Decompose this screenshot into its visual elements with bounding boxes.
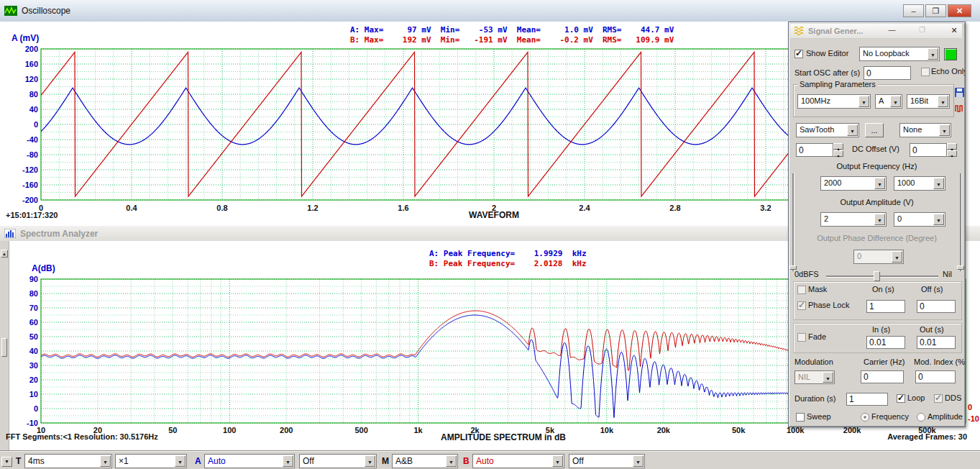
dc-offset-b-input[interactable] (910, 143, 947, 157)
chevron-down-icon[interactable] (365, 455, 375, 467)
chevron-down-icon (823, 372, 833, 383)
sweep-frequency-radio[interactable] (861, 413, 869, 422)
sampling-rate-combo[interactable]: 100MHz (797, 94, 871, 109)
a-coupling-combo[interactable]: Off (299, 454, 377, 468)
chevron-down-icon[interactable] (175, 455, 186, 467)
modulation-label: Modulation (794, 358, 833, 366)
duration-input[interactable] (846, 393, 888, 406)
wave-type-combo[interactable]: SawTooth (796, 123, 859, 137)
dbfs-slider-thumb[interactable] (874, 271, 880, 281)
chevron-down-icon[interactable] (890, 96, 901, 107)
toolbar-expand-button[interactable]: ▼ (1, 457, 12, 467)
a-range-combo[interactable]: Auto (204, 454, 295, 468)
show-editor-checkbox[interactable] (794, 50, 803, 58)
b-coupling-combo[interactable]: Off (569, 454, 645, 468)
frequency-b-combo[interactable]: 1000 (894, 176, 945, 191)
chevron-down-icon[interactable] (283, 455, 293, 467)
maximize-button[interactable]: ❐ (925, 4, 946, 17)
echo-only-label: Echo Only (931, 67, 966, 76)
spin-up-icon[interactable] (947, 143, 957, 150)
phase-difference-label: Output Phase Difference (Degree) (794, 234, 959, 242)
close-button[interactable]: ✕ (948, 4, 971, 17)
chevron-down-icon[interactable] (938, 96, 948, 107)
dds-checkbox[interactable] (934, 394, 943, 403)
chevron-down-icon[interactable] (939, 124, 950, 136)
window-title: Oscilloscope (22, 6, 70, 16)
phase-lock-label: Phase Lock (808, 301, 849, 309)
chevron-down-icon[interactable] (874, 178, 885, 189)
oscilloscope-titlebar[interactable]: Oscilloscope – ❐ ✕ (0, 0, 980, 22)
dc-offset-a-input[interactable] (796, 143, 833, 157)
sampling-channel-combo[interactable]: A (875, 94, 902, 109)
modulation-combo: NIL (794, 370, 835, 384)
dialog-minimize-button[interactable]: — (887, 26, 897, 36)
svg-text:40: 40 (29, 105, 38, 114)
fade-out-input[interactable] (917, 336, 956, 349)
phase-lock-checkbox[interactable] (797, 301, 806, 310)
chevron-down-icon[interactable] (633, 455, 644, 467)
chevron-down-icon[interactable] (933, 214, 944, 225)
loopback-combo[interactable]: No Loopback (859, 47, 940, 61)
fade-in-input[interactable] (866, 336, 905, 349)
vertical-slider-right-thumb[interactable] (957, 265, 964, 270)
b-range-combo[interactable]: Auto (472, 454, 564, 468)
pulse-train-icon[interactable] (954, 103, 965, 114)
start-osc-input[interactable] (864, 66, 911, 80)
loopback-status-indicator[interactable] (944, 48, 957, 60)
dialog-close-button[interactable]: ✕ (948, 26, 960, 36)
vertical-slider-left[interactable] (792, 173, 794, 271)
dc-offset-a-spinner[interactable] (833, 143, 843, 157)
spectrum-stats-b: B: Peak Frequency= 2.0128 kHz (429, 259, 587, 268)
dc-offset-b-spinner[interactable] (947, 143, 957, 157)
chevron-down-icon[interactable] (100, 455, 111, 467)
chevron-down-icon[interactable] (858, 96, 869, 107)
sweep-checkbox[interactable] (796, 413, 805, 422)
window-combo[interactable]: None (899, 123, 951, 137)
phase-lock-on-input[interactable] (866, 300, 905, 313)
osc-timestamp: +15:01:17:320 (6, 211, 58, 219)
mod-index-input[interactable] (915, 370, 956, 383)
fade-label: Fade (808, 332, 826, 341)
chevron-down-icon[interactable] (928, 48, 938, 60)
echo-only-checkbox[interactable] (921, 68, 930, 76)
save-button[interactable] (954, 87, 965, 98)
phase-lock-off-input[interactable] (917, 300, 956, 313)
spin-down-icon[interactable] (833, 150, 843, 157)
fade-checkbox[interactable] (797, 333, 806, 342)
mask-checkbox[interactable] (797, 286, 806, 294)
amplitude-b-combo[interactable]: 0 (894, 212, 945, 227)
carrier-input[interactable] (861, 370, 904, 383)
chevron-down-icon[interactable] (847, 124, 858, 136)
spin-up-icon[interactable] (833, 143, 843, 150)
sweep-amplitude-radio[interactable] (917, 413, 925, 422)
dbfs-slider-track[interactable] (826, 276, 938, 278)
svg-text:40: 40 (29, 347, 38, 355)
signal-generator-dialog: Signal Gener... — ❐ ✕ Show Editor No Loo… (788, 22, 966, 427)
channel-b-label: B (463, 456, 470, 466)
multiplier-combo[interactable]: ×1 (115, 454, 187, 468)
mode-combo[interactable]: A&B (392, 454, 458, 468)
output-amplitude-label: Output Amplitude (V) (803, 198, 951, 206)
amplitude-a-combo[interactable]: 2 (820, 212, 887, 227)
loop-checkbox[interactable] (897, 394, 905, 403)
spin-down-icon[interactable] (947, 150, 957, 157)
sampling-bits-combo[interactable]: 16Bit (907, 94, 950, 109)
vertical-slider-right[interactable] (960, 173, 962, 271)
frequency-a-combo[interactable]: 2000 (820, 176, 887, 191)
scroll-up-button[interactable]: ▲ (1, 250, 8, 258)
signal-generator-titlebar[interactable]: Signal Gener... — ❐ ✕ (790, 24, 962, 39)
chevron-down-icon[interactable] (874, 214, 885, 225)
svg-text:0: 0 (34, 120, 38, 129)
svg-text:-10: -10 (968, 414, 979, 423)
more-options-button[interactable]: ... (865, 123, 884, 137)
duration-label: Duration (s) (794, 394, 835, 403)
chevron-down-icon[interactable] (552, 455, 563, 467)
svg-text:70: 70 (29, 304, 38, 312)
svg-text:0: 0 (34, 404, 38, 413)
chevron-down-icon[interactable] (933, 178, 944, 189)
sweep-amplitude-label: Amplitude (928, 412, 963, 421)
chevron-down-icon[interactable] (446, 455, 457, 467)
timebase-combo[interactable]: 4ms (24, 454, 112, 468)
minimize-button[interactable]: – (903, 4, 924, 17)
spectrum-analyzer-icon (4, 229, 16, 238)
